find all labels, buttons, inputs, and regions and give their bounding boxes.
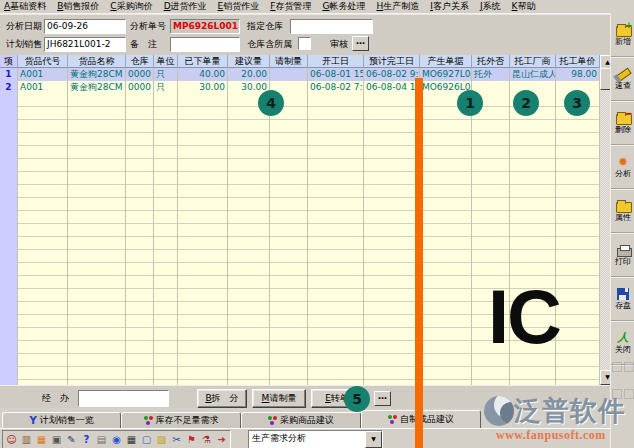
col-header-ordered-qty[interactable]: 已下单量 [178,55,228,68]
col-header-outsourced[interactable]: 托外否 [472,55,510,68]
tab-label: 计划销售一览 [40,414,94,427]
audit-label: 审核 [330,38,348,50]
quick-find-button[interactable]: 速查 [611,57,634,101]
warehouse-include-checkbox[interactable] [298,37,311,50]
sidebar-button-label: 分析 [615,170,631,178]
new-folder-icon: + [615,23,632,36]
tab-purchase-suggestion[interactable]: 采购商品建议 [241,412,361,429]
menu-item-accounting[interactable]: G帐务处理 [322,0,365,13]
col-header-requested-qty[interactable]: 请制量 [270,55,308,68]
table-row[interactable]: 2 A001 黄金狗28CM 0000 只 30.00 30.00 06-08-… [0,81,600,94]
flask-icon[interactable]: ⚗ [199,432,214,447]
col-header-start-date[interactable]: 开工日 [308,55,364,68]
tools-icon[interactable]: ✂ [169,432,184,447]
menu-item-inbound[interactable]: D进货作业 [164,0,207,13]
plan-sales-label: 计划销售 [6,38,42,50]
cluster-icon [388,415,397,424]
col-header-finish-date[interactable]: 预计完工日 [364,55,420,68]
cell-generated-doc: MO6927L001 [420,68,472,81]
cell-warehouse: 0000 [126,81,154,94]
truck-icon[interactable]: ▣ [49,432,64,447]
pin-icon[interactable]: ✎ [64,432,79,447]
col-header-generated-doc[interactable]: 产生单据 [420,55,472,68]
annotation-circle-3: 3 [564,90,590,116]
tab-plan-sales-overview[interactable]: Y 计划销售一览 [2,412,121,429]
remark-field[interactable] [170,37,240,52]
col-header-warehouse[interactable]: 仓库 [126,55,154,68]
menu-label: 系统 [483,1,501,11]
calculator-icon[interactable]: ▦ [124,432,139,447]
sparkle-icon: ✹ [618,156,628,168]
globe-icon[interactable]: ◉ [109,432,124,447]
chevron-down-icon[interactable]: ▼ [365,431,382,448]
col-header-unit-price[interactable]: 托工单价 [556,55,600,68]
plan-sales-field[interactable]: JH6821L001-2 [44,37,126,52]
cluster-icon [144,416,153,425]
tab-stock-shortage[interactable]: 库存不足量需求 [121,412,241,429]
delete-folder-icon: − [615,111,632,124]
archive-icon[interactable]: ▥ [19,432,34,447]
annotation-circle-1: 1 [457,90,483,116]
table-row[interactable]: 1 A001 黄金狗28CM 0000 只 40.00 20.00 06-08-… [0,68,600,81]
cell-start-date: 06-08-02 7:3 [308,81,364,94]
menu-item-sales-quote[interactable]: B销售报价 [57,0,99,13]
printer-icon [615,243,632,256]
menu-label: 销售报价 [63,1,99,11]
cell-ordered-qty: 30.00 [178,81,228,94]
menu-label: 存货管理 [275,1,311,11]
note-icon[interactable]: ▤ [94,432,109,447]
col-header-item[interactable]: 项 [0,55,18,68]
menu-item-manufacturing[interactable]: H生产制造 [376,0,419,13]
menu-item-inventory[interactable]: F存货管理 [270,0,311,13]
col-header-item-name[interactable]: 货品名称 [68,55,126,68]
exit-icon[interactable]: ➜ [214,432,229,447]
menu-item-help[interactable]: K帮助 [512,0,536,13]
print-button[interactable]: 打印 [611,233,634,277]
monitor-icon[interactable]: ▢ [139,432,154,447]
cell-requested-qty [270,68,308,81]
delete-button[interactable]: − 删除 [611,101,634,145]
col-header-suggested-qty[interactable]: 建议量 [228,55,270,68]
analysis-date-field[interactable]: 06-09-26 [44,19,126,34]
col-header-unit[interactable]: 单位 [154,55,178,68]
properties-folder-icon [615,199,632,212]
request-qty-button[interactable]: M请制量 [252,389,306,408]
cluster-icon [268,416,277,425]
analysis-type-combobox[interactable]: 生产需求分析 ▼ [248,430,383,448]
new-button[interactable]: + 新增 [611,13,634,57]
col-header-vendor[interactable]: 托工厂商 [510,55,556,68]
audit-more-button[interactable]: … [352,36,369,51]
filter-icon: Y [29,416,36,425]
menu-item-purchase-inquiry[interactable]: C采购询价 [110,0,152,13]
folder-icon[interactable]: ▨ [154,432,169,447]
button-label: 请制量 [269,393,296,403]
menu-item-outbound[interactable]: E销货作业 [218,0,260,13]
menu-label: 帐务处理 [329,1,365,11]
chart-flag-icon[interactable]: ⚑ [184,432,199,447]
sidebar-button-label: 新增 [615,38,631,46]
menu-item-crm[interactable]: I客户关系 [430,0,469,13]
analyze-button[interactable]: ✹ 分析 [611,145,634,189]
col-header-item-code[interactable]: 货品代号 [18,55,68,68]
tab-label: 库存不足量需求 [156,414,219,427]
brand-logo-icon [484,396,514,426]
menu-item-system[interactable]: J系统 [480,0,501,13]
split-button[interactable]: B拆 分 [197,389,247,408]
warehouse-include-label: 仓库含所属 [247,38,292,50]
save-button[interactable]: 存盘 [611,277,634,321]
footer-more-button[interactable]: … [374,391,391,406]
brand-name: 泛普软件 [514,396,626,426]
annotation-circle-2: 2 [513,90,539,116]
properties-button[interactable]: 属性 [611,189,634,233]
cell-unit-price: 98.00 [556,68,600,81]
close-button[interactable]: 人 关闭 [611,321,634,365]
cell-row-no: 2 [0,81,18,94]
cell-unit: 只 [154,68,178,81]
warehouse-field[interactable] [290,19,373,34]
calendar-icon[interactable]: ▦ [34,432,49,447]
sidebar-button-label: 存盘 [615,302,631,310]
user-icon[interactable]: ☺ [4,432,19,447]
help-icon[interactable]: ? [79,432,94,447]
menu-item-base-data[interactable]: A基础资料 [4,0,46,13]
operator-field[interactable] [78,390,169,407]
